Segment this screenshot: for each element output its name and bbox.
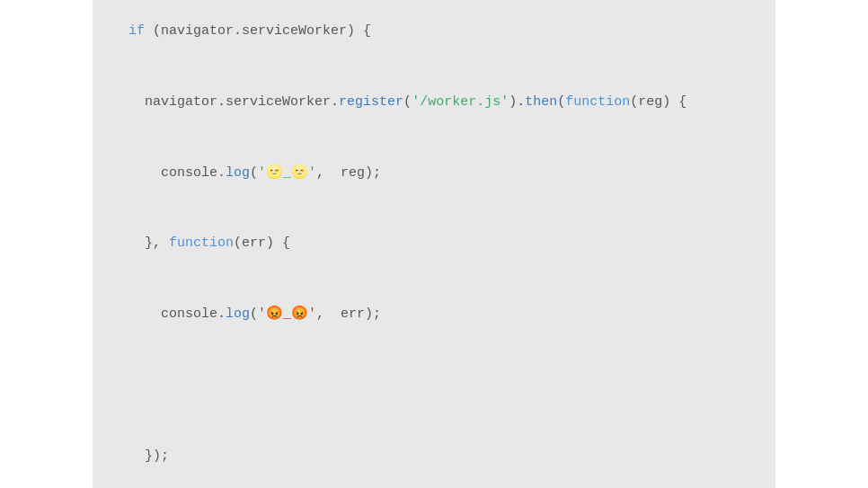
log-comma-1: , reg);	[316, 165, 381, 181]
indent-6	[128, 448, 145, 464]
line-console-err: console.log('😡_😡', err);	[128, 303, 740, 326]
log-method-1: log	[226, 165, 250, 181]
line-close-then: }, function(err) {	[128, 232, 740, 255]
log-open-2: (	[250, 306, 258, 322]
register-close: )	[509, 94, 517, 110]
brace-if-open: {	[355, 23, 371, 39]
func-brace-1: {	[670, 94, 686, 110]
code-card: // Install Service Worker if (navigator.…	[93, 0, 775, 488]
dot-4: .	[517, 94, 525, 110]
log-comma-2: , err);	[316, 306, 381, 322]
code-block: // Install Service Worker if (navigator.…	[128, 0, 740, 488]
func-args-2: (err)	[234, 235, 274, 251]
line-blank	[128, 374, 740, 397]
service-worker-prop-1: serviceWorker	[242, 23, 347, 39]
register-open: (	[403, 94, 412, 110]
log-open-1: (	[250, 165, 258, 181]
punc-open: (	[145, 23, 161, 39]
log-method-2: log	[226, 306, 250, 322]
navigator-obj-1: navigator	[161, 23, 234, 39]
worker-path-string: '/worker.js'	[412, 94, 509, 110]
punc-close: )	[347, 23, 355, 39]
indent-4: },	[128, 235, 169, 251]
emoji-ok-string: '🌝_🌝'	[258, 165, 316, 181]
then-open-paren: (	[557, 94, 565, 110]
close-promise: });	[145, 448, 169, 464]
console-obj-1: console	[161, 165, 217, 181]
console-obj-2: console	[161, 306, 217, 322]
func-args-1: (reg)	[630, 94, 670, 110]
indent-3	[128, 165, 161, 181]
keyword-if: if	[128, 23, 145, 39]
line-console-ok: console.log('🌝_🌝', reg);	[128, 162, 740, 185]
indent-2	[128, 94, 145, 110]
emoji-err-string: '😡_😡'	[258, 306, 316, 322]
func-keyword-1: function	[565, 94, 630, 110]
navigator-obj-2: navigator	[145, 94, 217, 110]
dot-3: .	[331, 94, 339, 110]
then-method: then	[525, 94, 557, 110]
line-register: navigator.serviceWorker.register('/worke…	[128, 91, 740, 114]
dot-1: .	[234, 23, 242, 39]
line-if: if (navigator.serviceWorker) {	[128, 20, 740, 43]
func-keyword-2: function	[169, 235, 234, 251]
register-method: register	[339, 94, 403, 110]
dot-2: .	[217, 94, 226, 110]
line-close-promise: });	[128, 445, 740, 468]
service-worker-prop-2: serviceWorker	[226, 94, 331, 110]
dot-5: .	[217, 165, 226, 181]
dot-6: .	[217, 306, 226, 322]
indent-5	[128, 306, 161, 322]
func-brace-2: {	[274, 235, 290, 251]
